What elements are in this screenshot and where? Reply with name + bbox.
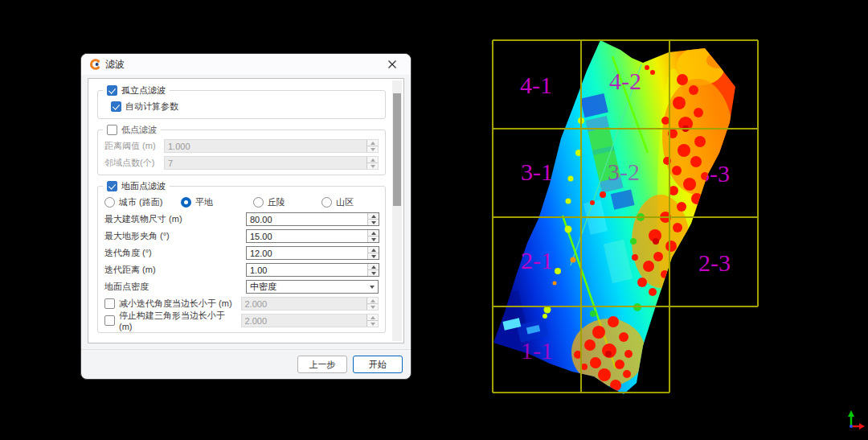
ground-density-select[interactable]: 中密度 <box>246 280 379 294</box>
terrain-radio-row: 城市 (路面) 平地 丘陵 山区 <box>104 194 379 211</box>
start-button[interactable]: 开始 <box>353 356 403 373</box>
desktop: 4-3 3-3 <box>0 0 868 440</box>
grid-cell-label: 4-2 <box>609 68 641 94</box>
max-building-size-label: 最大建筑物尺寸 (m) <box>104 213 246 225</box>
close-icon[interactable] <box>382 56 403 72</box>
isolated-filter-checkbox[interactable] <box>107 85 117 96</box>
spinner <box>366 140 378 152</box>
stop-triangle-label: 停止构建三角形当边长小于 (m) <box>119 310 241 331</box>
distance-threshold-label: 距离阈值 (m) <box>104 140 164 152</box>
terrain-hill-option[interactable]: 丘陵 <box>253 196 321 208</box>
grid-cell-label: 1-1 <box>521 337 553 364</box>
app-logo-icon <box>89 59 100 70</box>
group-isolated-filter: 孤立点滤波 自动计算参数 <box>97 90 386 119</box>
axis-gizmo-icon <box>848 410 865 430</box>
stop-triangle-checkbox[interactable] <box>104 315 115 326</box>
max-building-size-field[interactable] <box>246 212 379 226</box>
spinner <box>366 315 378 327</box>
ground-filter-checkbox[interactable] <box>107 181 117 191</box>
lowpoint-filter-label: 低点滤波 <box>121 124 157 136</box>
filter-dialog: 滤波 孤立点滤波 <box>80 53 411 380</box>
ground-density-label: 地面点密度 <box>104 281 246 293</box>
scrollbar-thumb[interactable] <box>393 93 401 206</box>
vertical-scrollbar[interactable] <box>392 80 402 341</box>
settings-scrollarea: 孤立点滤波 自动计算参数 低点滤波 <box>89 79 391 343</box>
group-lowpoint-filter: 低点滤波 距离阈值 (m) 邻域点数(个) <box>97 130 386 175</box>
distance-threshold-field <box>164 139 379 153</box>
iteration-distance-field[interactable] <box>246 263 379 277</box>
neighbor-count-field <box>164 156 379 170</box>
spinner[interactable] <box>367 264 379 276</box>
iteration-angle-field[interactable] <box>246 246 379 260</box>
neighbor-count-label: 邻域点数(个) <box>104 157 164 169</box>
reduce-iter-angle-label: 减小迭代角度当边长小于 (m) <box>119 298 232 310</box>
dialog-titlebar[interactable]: 滤波 <box>81 54 411 75</box>
auto-param-label: 自动计算参数 <box>125 101 178 113</box>
lowpoint-filter-checkbox[interactable] <box>107 125 117 135</box>
reduce-iter-angle-field <box>241 297 379 310</box>
auto-param-checkbox[interactable] <box>111 101 121 112</box>
grid-cell-label: 2-1 <box>521 247 553 273</box>
dialog-content: 孤立点滤波 自动计算参数 低点滤波 <box>88 78 404 343</box>
radio-icon[interactable] <box>321 197 332 208</box>
spinner[interactable] <box>367 213 379 225</box>
reduce-iter-angle-checkbox[interactable] <box>104 298 115 309</box>
spinner[interactable] <box>367 247 379 259</box>
grid-cell-label: 3-1 <box>521 158 553 185</box>
spinner <box>366 298 378 310</box>
grid-cell-label: 3-2 <box>608 158 640 185</box>
dialog-title: 滤波 <box>105 58 125 72</box>
grid-cell-label: 2-3 <box>698 249 731 276</box>
previous-button[interactable]: 上一步 <box>297 356 347 373</box>
isolated-filter-label: 孤立点滤波 <box>121 84 166 97</box>
ground-filter-label: 地面点滤波 <box>121 180 166 192</box>
terrain-mountain-option[interactable]: 山区 <box>321 196 354 208</box>
chevron-down-icon <box>370 286 375 289</box>
group-ground-filter: 地面点滤波 城市 (路面) 平地 丘陵 <box>97 186 386 333</box>
spinner <box>366 157 378 169</box>
radio-icon[interactable] <box>253 197 264 208</box>
spinner[interactable] <box>367 230 379 242</box>
grid-cell-label: 4-1 <box>520 72 552 98</box>
dialog-footer: 上一步 开始 <box>81 349 411 379</box>
iteration-angle-label: 迭代角度 (°) <box>104 247 246 259</box>
radio-selected-icon[interactable] <box>181 197 191 208</box>
radio-icon[interactable] <box>104 197 115 208</box>
max-terrain-angle-field[interactable] <box>246 229 379 243</box>
stop-triangle-field <box>241 314 379 327</box>
iteration-distance-label: 迭代距离 (m) <box>104 264 246 276</box>
terrain-city-option[interactable]: 城市 (路面) <box>104 196 181 208</box>
max-terrain-angle-label: 最大地形夹角 (°) <box>104 230 246 242</box>
terrain-flat-option[interactable]: 平地 <box>181 196 253 208</box>
